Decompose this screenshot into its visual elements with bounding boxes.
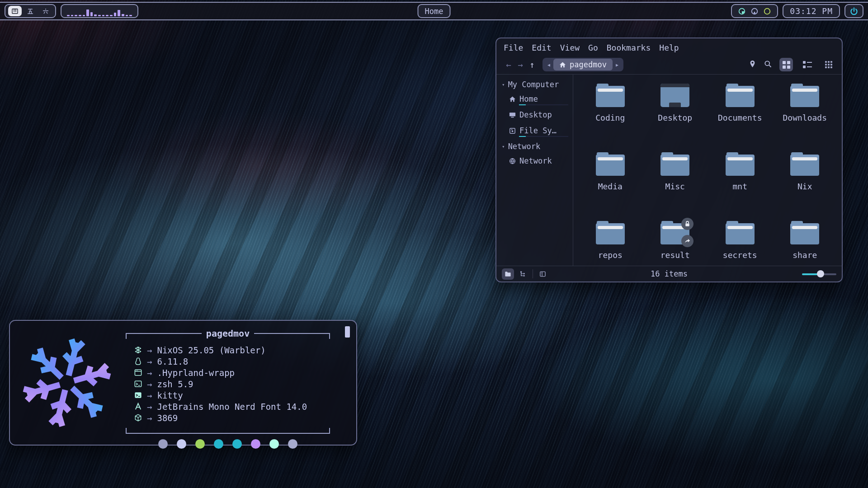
breadcrumb-next-icon[interactable]: ▶ bbox=[613, 62, 622, 67]
file-label: result bbox=[660, 250, 690, 260]
compact-view-button[interactable] bbox=[822, 58, 835, 71]
workspace-6-button[interactable] bbox=[39, 6, 52, 16]
sidebar-group-my-computer[interactable]: ▾ My Computer bbox=[502, 80, 573, 89]
arrow-icon: → bbox=[147, 390, 152, 400]
search-button[interactable] bbox=[764, 60, 772, 70]
collapse-triangle-icon: ▾ bbox=[502, 144, 505, 150]
slider-thumb[interactable] bbox=[817, 270, 824, 277]
file-item-nix[interactable]: Nix bbox=[773, 145, 838, 214]
status-circle-icon[interactable] bbox=[763, 7, 771, 15]
file-item-downloads[interactable]: Downloads bbox=[773, 76, 838, 145]
sidebar-item-label: Home bbox=[519, 94, 538, 103]
list-view-icon bbox=[803, 61, 812, 68]
lock-emblem-icon bbox=[681, 218, 693, 230]
sidebar-item-desktop[interactable]: Desktop bbox=[509, 110, 568, 119]
folder-icon bbox=[660, 152, 689, 176]
toolbar-right-icons bbox=[749, 58, 835, 71]
file-manager-window: File Edit View Go Bookmarks Help ← → ↑ ◀… bbox=[495, 38, 843, 282]
folder-icon bbox=[726, 221, 755, 244]
sidebar-group-network[interactable]: ▾ Network bbox=[502, 142, 573, 151]
file-label: share bbox=[793, 250, 817, 260]
breadcrumb-prev-icon[interactable]: ◀ bbox=[544, 62, 553, 67]
clock-text: 03:12 PM bbox=[790, 6, 833, 16]
sidebar-item-home[interactable]: Home bbox=[509, 94, 568, 103]
up-button[interactable]: ↑ bbox=[526, 60, 538, 70]
location-pin-button[interactable] bbox=[749, 60, 756, 70]
active-window-title[interactable]: Home bbox=[418, 4, 451, 18]
audio-visualizer-module bbox=[61, 4, 138, 18]
arrow-icon: → bbox=[147, 379, 152, 389]
fastfetch-output: pagedmov → NixOS 25.05 (Warbler) → 6.11.… bbox=[124, 321, 356, 445]
fetch-title: pagedmov bbox=[206, 329, 250, 338]
arrow-icon: → bbox=[147, 357, 152, 366]
file-item-mnt[interactable]: mnt bbox=[708, 145, 773, 214]
file-label: Desktop bbox=[658, 113, 692, 122]
topbar-right-modules: 03:12 PM bbox=[731, 4, 863, 18]
desktop-folder-icon bbox=[660, 84, 689, 107]
collapse-triangle-icon: ▾ bbox=[502, 82, 505, 88]
fetch-row-font: → JetBrains Mono Nerd Font 14.0 bbox=[132, 401, 347, 412]
disk-usage-circle-icon[interactable] bbox=[738, 7, 746, 15]
palette-dot bbox=[251, 439, 260, 449]
folder-icon bbox=[596, 152, 625, 176]
folder-icon bbox=[726, 152, 755, 176]
home-icon bbox=[559, 61, 566, 68]
file-item-coding[interactable]: Coding bbox=[578, 76, 643, 145]
workspace-5-button[interactable] bbox=[24, 6, 37, 16]
arrow-icon: → bbox=[147, 402, 152, 412]
workspace-4-button[interactable] bbox=[8, 6, 22, 16]
file-label: secrets bbox=[723, 250, 757, 260]
menu-go[interactable]: Go bbox=[588, 43, 598, 52]
icon-view-button[interactable] bbox=[779, 58, 793, 71]
palette-dot bbox=[158, 439, 168, 449]
selection-underline bbox=[519, 136, 568, 137]
file-label: Downloads bbox=[783, 113, 827, 122]
menu-help[interactable]: Help bbox=[659, 43, 679, 52]
menu-edit[interactable]: Edit bbox=[532, 43, 551, 52]
compact-view-icon bbox=[825, 61, 832, 68]
menu-bookmarks[interactable]: Bookmarks bbox=[607, 43, 651, 52]
palette-dot bbox=[214, 439, 223, 449]
list-view-button[interactable] bbox=[801, 58, 814, 71]
menu-bar: File Edit View Go Bookmarks Help bbox=[496, 38, 842, 55]
folder-symlink-icon bbox=[660, 221, 689, 244]
palette-dot bbox=[269, 439, 279, 449]
terminal-color-palette bbox=[126, 439, 330, 449]
forward-button[interactable]: → bbox=[514, 60, 526, 70]
location-pin-icon bbox=[749, 60, 756, 68]
fetch-row-shell: → zsh 5.9 bbox=[132, 378, 347, 389]
file-item-documents[interactable]: Documents bbox=[708, 76, 773, 145]
zoom-slider[interactable] bbox=[802, 270, 836, 277]
terminal-cursor bbox=[345, 326, 350, 338]
file-item-media[interactable]: Media bbox=[578, 145, 643, 214]
fetch-row-kernel: → 6.11.8 bbox=[132, 356, 347, 367]
fetch-row-terminal: → kitty bbox=[132, 389, 347, 401]
memory-usage-circle-icon[interactable] bbox=[750, 7, 759, 15]
menu-view[interactable]: View bbox=[560, 43, 580, 52]
arrow-icon: → bbox=[147, 345, 152, 355]
folder-icon bbox=[790, 84, 819, 107]
file-item-misc[interactable]: Misc bbox=[643, 145, 708, 214]
arrow-icon: → bbox=[147, 413, 152, 423]
fetch-row-packages: → 3869 bbox=[132, 412, 347, 423]
system-indicators bbox=[731, 4, 778, 18]
icon-view-grid-icon bbox=[783, 61, 790, 69]
workspace-glyph-si-icon bbox=[11, 8, 19, 15]
back-button[interactable]: ← bbox=[503, 60, 514, 70]
menu-file[interactable]: File bbox=[504, 43, 523, 52]
file-item-desktop[interactable]: Desktop bbox=[643, 76, 708, 145]
top-bar: Home 03:12 PM bbox=[0, 2, 868, 20]
arrow-icon: → bbox=[147, 368, 152, 378]
sidebar-item-filesystem[interactable]: File Sy… bbox=[509, 126, 568, 135]
selection-underline bbox=[519, 104, 568, 105]
palette-dot bbox=[177, 439, 186, 449]
clock-module[interactable]: 03:12 PM bbox=[783, 4, 840, 18]
fetch-box-top: pagedmov bbox=[126, 329, 330, 339]
terminal-icon bbox=[134, 391, 142, 399]
sidebar-item-network[interactable]: Network bbox=[509, 156, 568, 165]
breadcrumb-segment-home[interactable]: pagedmov bbox=[553, 59, 613, 70]
workspace-glyph-wu-icon bbox=[27, 8, 34, 15]
power-button[interactable] bbox=[844, 4, 863, 18]
file-label: Misc bbox=[665, 182, 685, 191]
home-label: Home bbox=[425, 7, 443, 16]
